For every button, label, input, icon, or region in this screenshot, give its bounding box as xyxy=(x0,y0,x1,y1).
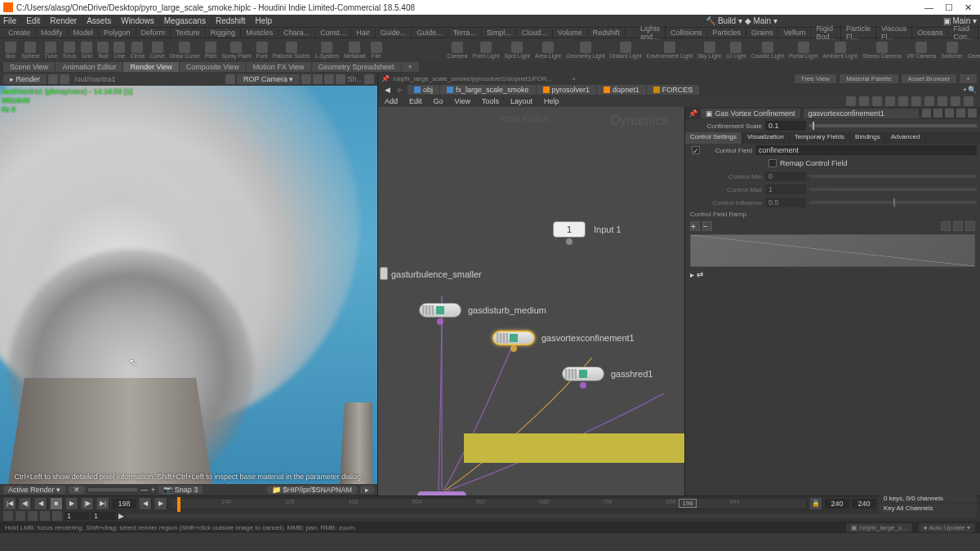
flag-node[interactable] xyxy=(380,267,388,280)
shelf-item[interactable]: Path xyxy=(203,42,218,59)
play-button[interactable]: ▶ xyxy=(65,498,78,509)
shelf-tab[interactable]: Oceans xyxy=(912,29,948,37)
ramp-icon[interactable] xyxy=(953,221,963,231)
shelf-item[interactable]: Camera xyxy=(446,42,470,59)
shelf-item[interactable]: Line xyxy=(112,42,127,59)
net-tab-obj[interactable]: obj xyxy=(408,85,439,95)
shelf-item[interactable]: Environment Light xyxy=(645,42,694,59)
first-frame-button[interactable]: |◀ xyxy=(3,498,16,509)
remap-checkbox[interactable] xyxy=(768,159,777,167)
play-back-button[interactable]: ◀ xyxy=(34,498,47,509)
minimize-button[interactable]: — xyxy=(924,2,933,13)
range-end-input[interactable]: 240 xyxy=(852,499,876,509)
control-max-input[interactable] xyxy=(765,184,806,194)
shelf-tab[interactable]: Vellum xyxy=(778,29,811,37)
shelf-tab[interactable]: Muscles xyxy=(241,29,278,37)
tl-lock-icon[interactable]: 🔒 xyxy=(809,498,822,509)
status-path[interactable]: ▣ /obj/fx_large_s... xyxy=(846,523,912,532)
param-tab-advanced[interactable]: Advanced xyxy=(886,132,926,144)
stop-button[interactable]: ■ xyxy=(50,498,63,509)
next-frame-button[interactable]: |▶ xyxy=(81,498,94,509)
timeline-track[interactable]: 240 328 416 504 592 680 768 856 944 198 xyxy=(170,498,807,509)
shelf-item[interactable]: Null xyxy=(96,42,110,59)
node-name-field[interactable]: gasvortexconfinement1 xyxy=(804,109,919,118)
shelf-tab[interactable]: Particles xyxy=(707,29,746,37)
shelf-tab[interactable]: Chara... xyxy=(278,29,315,37)
desktop-main-dropdown[interactable]: ◆ Main ▾ xyxy=(745,16,777,25)
ramp-prev-icon[interactable]: ▸ xyxy=(690,270,694,279)
param-tab-temp[interactable]: Temporary Fields xyxy=(790,132,850,144)
param-icon[interactable] xyxy=(945,109,954,118)
shelf-tab[interactable]: Polygon xyxy=(99,29,136,37)
menu-windows[interactable]: Windows xyxy=(121,16,154,25)
ws-tab-add[interactable]: + xyxy=(402,62,419,72)
node-gasshred[interactable] xyxy=(562,367,604,381)
control-influence-input[interactable] xyxy=(765,198,806,207)
range-start-input[interactable]: 1 xyxy=(65,512,89,520)
shelf-item[interactable]: Caustic Light xyxy=(749,42,785,59)
fb-icon[interactable] xyxy=(28,511,38,521)
control-field-checkbox[interactable]: ✓ xyxy=(692,146,700,154)
viewport-icon[interactable] xyxy=(336,74,345,84)
shelf-tab[interactable]: Guide... xyxy=(376,29,412,37)
menu-file[interactable]: File xyxy=(3,16,16,25)
tl-icon[interactable]: ▶ xyxy=(154,498,167,509)
viewport-icon[interactable] xyxy=(225,74,235,84)
shelf-tab[interactable]: Particle Fl... xyxy=(841,24,876,41)
playhead[interactable] xyxy=(177,497,180,512)
snap-button[interactable]: 📷 Snap 3 xyxy=(158,486,203,494)
fb-icon[interactable] xyxy=(52,511,62,521)
ipr-path[interactable]: 📁 $HIP/ipr/$SNAPNAM xyxy=(267,486,357,494)
shelf-tab[interactable]: Rigging xyxy=(206,29,242,37)
shelf-tab[interactable]: Cloud... xyxy=(517,29,553,37)
ws-tab-spreadsheet[interactable]: Geometry Spreadsheet xyxy=(312,62,401,72)
net-menu-tools[interactable]: Tools xyxy=(482,97,499,105)
control-influence-slider[interactable] xyxy=(809,201,977,204)
shelf-tab[interactable]: Fluid Con... xyxy=(948,24,978,41)
ramp-remove-point[interactable]: − xyxy=(702,221,712,231)
shelf-item[interactable]: Switcher xyxy=(939,42,964,59)
shelf-item[interactable]: L-System xyxy=(313,42,341,59)
net-toolbar-icon[interactable] xyxy=(885,96,895,106)
help-icon[interactable] xyxy=(956,109,965,118)
shelf-item[interactable]: File xyxy=(369,42,384,59)
maximize-button[interactable]: ☐ xyxy=(945,2,953,13)
shelf-tab[interactable]: Viscous Fl... xyxy=(876,24,912,41)
net-menu-edit[interactable]: Edit xyxy=(409,97,422,105)
ramp-add-point[interactable]: + xyxy=(690,221,700,231)
control-max-slider[interactable] xyxy=(809,188,977,191)
prev-frame-button[interactable]: ◀| xyxy=(19,498,32,509)
shelf-item[interactable]: Font xyxy=(255,42,270,59)
shelf-tab[interactable]: Texture xyxy=(171,29,206,37)
node-gasvortex[interactable] xyxy=(492,331,535,345)
shelf-tab[interactable]: Const... xyxy=(315,29,351,37)
tl-icon[interactable]: ◀ xyxy=(139,498,152,509)
net-menu-add[interactable]: Add xyxy=(385,97,398,105)
confinement-scale-input[interactable] xyxy=(765,121,806,131)
shelf-item[interactable]: Spray Paint xyxy=(220,42,252,59)
menu-assets[interactable]: Assets xyxy=(87,16,111,25)
shelf-item[interactable]: Sky Light xyxy=(696,42,723,59)
sticky-note[interactable] xyxy=(464,433,684,463)
param-tab-vis[interactable]: Visualization xyxy=(742,132,790,144)
net-toolbar-icon[interactable] xyxy=(846,96,856,106)
param-icon[interactable] xyxy=(933,109,942,118)
key-all-button[interactable]: Key All Channels xyxy=(879,504,977,513)
ws-tab-renderview[interactable]: Render View xyxy=(123,62,178,72)
shelf-tab[interactable]: Volume xyxy=(553,29,588,37)
shelf-item[interactable]: Stereo Camera xyxy=(861,42,902,59)
control-min-input[interactable] xyxy=(765,171,806,181)
net-search-icon[interactable]: 🔍 xyxy=(968,86,977,94)
viewport-icon[interactable] xyxy=(364,74,374,84)
last-frame-button[interactable]: ▶| xyxy=(96,498,109,509)
net-right-tab[interactable]: Material Palette xyxy=(840,74,898,83)
fb-icon[interactable] xyxy=(3,511,13,521)
ramp-icon[interactable] xyxy=(941,221,951,231)
net-tab-dopnet[interactable]: dopnet1 xyxy=(597,85,646,95)
net-right-tab-add[interactable]: + xyxy=(960,74,977,83)
net-toolbar-icon[interactable] xyxy=(964,96,973,106)
net-menu-go[interactable]: Go xyxy=(434,97,443,105)
shelf-item[interactable]: Area Light xyxy=(533,42,563,59)
shelf-tab[interactable]: Collisions xyxy=(666,29,708,37)
net-toolbar-icon[interactable] xyxy=(872,96,882,106)
